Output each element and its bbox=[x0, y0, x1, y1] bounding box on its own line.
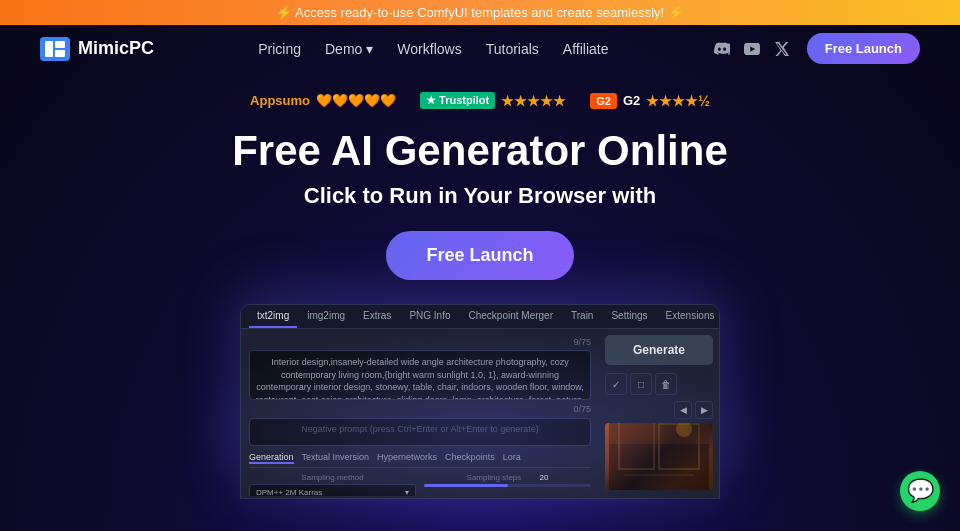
twitter-icon[interactable] bbox=[773, 40, 791, 58]
chevron-down-icon: ▾ bbox=[366, 41, 373, 57]
whatsapp-button[interactable]: 💬 bbox=[900, 471, 940, 511]
trustpilot-badge: ★ Trustpilot ★★★★★ bbox=[420, 92, 566, 109]
preview-tabs: txt2img img2img Extras PNG Info Checkpoi… bbox=[241, 305, 719, 329]
g2-badge: G2 G2 ★★★★½ bbox=[590, 93, 710, 109]
logo-icon bbox=[40, 37, 70, 61]
banner-text: ⚡ Access ready-to-use ComfyUI templates … bbox=[276, 5, 684, 20]
logo[interactable]: MimicPC bbox=[40, 37, 154, 61]
nav-free-launch-button[interactable]: Free Launch bbox=[807, 33, 920, 64]
hero-subtitle: Click to Run in Your Browser with bbox=[40, 183, 920, 209]
top-banner[interactable]: ⚡ Access ready-to-use ComfyUI templates … bbox=[0, 0, 960, 25]
hero-title: Free AI Generator Online bbox=[40, 127, 920, 175]
svg-rect-0 bbox=[45, 41, 53, 57]
svg-rect-7 bbox=[624, 474, 694, 476]
tab-png-info[interactable]: PNG Info bbox=[401, 305, 458, 328]
neg-counter: 0/75 bbox=[249, 404, 591, 414]
svg-rect-2 bbox=[55, 50, 65, 57]
tab-txt2img[interactable]: txt2img bbox=[249, 305, 297, 328]
appsumo-label: Appsumo bbox=[250, 93, 310, 108]
sampling-method-label: Sampling method bbox=[249, 473, 416, 482]
hero-section: Appsumo 🧡🧡🧡🧡🧡 ★ Trustpilot ★★★★★ G2 G2 ★… bbox=[0, 72, 960, 499]
generate-button[interactable]: Generate bbox=[605, 335, 713, 365]
prompt-textarea[interactable]: Interior design,insanely-detailed wide a… bbox=[249, 350, 591, 400]
whatsapp-icon: 💬 bbox=[907, 478, 934, 504]
navbar: MimicPC Pricing Demo ▾ Workflows Tutoria… bbox=[0, 25, 960, 72]
subtab-textual-inversion[interactable]: Textual Inversion bbox=[302, 452, 370, 464]
preview-image-inner bbox=[605, 423, 713, 490]
preview-nav-row: ◀ ▶ bbox=[605, 401, 713, 419]
g2-logo: G2 bbox=[590, 93, 617, 109]
action-check-button[interactable]: ✓ bbox=[605, 373, 627, 395]
nav-pricing[interactable]: Pricing bbox=[258, 41, 301, 57]
preview-body: 9/75 Interior design,insanely-detailed w… bbox=[241, 329, 719, 496]
appsumo-icons: 🧡🧡🧡🧡🧡 bbox=[316, 93, 396, 108]
tab-extensions[interactable]: Extensions bbox=[658, 305, 720, 328]
youtube-icon[interactable] bbox=[743, 40, 761, 58]
tab-extras[interactable]: Extras bbox=[355, 305, 399, 328]
action-delete-button[interactable]: 🗑 bbox=[655, 373, 677, 395]
sampling-steps-col: Sampling steps 20 bbox=[424, 473, 591, 496]
nav-workflows[interactable]: Workflows bbox=[397, 41, 461, 57]
nav-tutorials[interactable]: Tutorials bbox=[486, 41, 539, 57]
preview-window: txt2img img2img Extras PNG Info Checkpoi… bbox=[240, 304, 720, 499]
sampling-method-dropdown[interactable]: DPM++ 2M Karras ▾ bbox=[249, 484, 416, 496]
preview-image bbox=[605, 423, 713, 490]
nav-demo[interactable]: Demo ▾ bbox=[325, 41, 373, 57]
g2-label: G2 bbox=[623, 93, 640, 108]
prompt-counter: 9/75 bbox=[249, 337, 591, 347]
sampling-steps-label: Sampling steps 20 bbox=[424, 473, 591, 482]
appsumo-badge: Appsumo 🧡🧡🧡🧡🧡 bbox=[250, 93, 396, 108]
tab-settings[interactable]: Settings bbox=[603, 305, 655, 328]
tab-train[interactable]: Train bbox=[563, 305, 601, 328]
preview-right-panel: Generate ✓ □ 🗑 ◀ ▶ bbox=[599, 329, 719, 496]
negative-prompt-area[interactable]: Negative prompt (press Ctrl+Enter or Alt… bbox=[249, 418, 591, 446]
preview-subtabs: Generation Textual Inversion Hypernetwor… bbox=[249, 452, 591, 468]
tab-img2img[interactable]: img2img bbox=[299, 305, 353, 328]
subtab-generation[interactable]: Generation bbox=[249, 452, 294, 464]
sampling-method-col: Sampling method DPM++ 2M Karras ▾ bbox=[249, 473, 416, 496]
trustpilot-stars: ★★★★★ bbox=[501, 93, 566, 109]
settings-row: Sampling method DPM++ 2M Karras ▾ Sampli… bbox=[249, 473, 591, 496]
nav-right: Free Launch bbox=[713, 33, 920, 64]
subtab-lora[interactable]: Lora bbox=[503, 452, 521, 464]
nav-next-button[interactable]: ▶ bbox=[695, 401, 713, 419]
logo-text: MimicPC bbox=[78, 38, 154, 59]
nav-icons bbox=[713, 40, 791, 58]
g2-stars: ★★★★½ bbox=[646, 93, 710, 109]
trustpilot-logo: ★ Trustpilot bbox=[420, 92, 495, 109]
tab-checkpoint-merger[interactable]: Checkpoint Merger bbox=[461, 305, 561, 328]
subtab-hypernetworks[interactable]: Hypernetworks bbox=[377, 452, 437, 464]
nav-links: Pricing Demo ▾ Workflows Tutorials Affil… bbox=[258, 41, 608, 57]
action-copy-button[interactable]: □ bbox=[630, 373, 652, 395]
badges-row: Appsumo 🧡🧡🧡🧡🧡 ★ Trustpilot ★★★★★ G2 G2 ★… bbox=[40, 92, 920, 109]
subtab-checkpoints[interactable]: Checkpoints bbox=[445, 452, 495, 464]
svg-rect-1 bbox=[55, 41, 65, 48]
sampling-steps-slider[interactable] bbox=[424, 484, 591, 487]
nav-prev-button[interactable]: ◀ bbox=[674, 401, 692, 419]
dropdown-arrow-icon: ▾ bbox=[405, 488, 409, 496]
discord-icon[interactable] bbox=[713, 40, 731, 58]
preview-left-panel: 9/75 Interior design,insanely-detailed w… bbox=[241, 329, 599, 496]
nav-affiliate[interactable]: Affiliate bbox=[563, 41, 609, 57]
hero-free-launch-button[interactable]: Free Launch bbox=[386, 231, 573, 280]
action-buttons-row: ✓ □ 🗑 bbox=[605, 373, 713, 395]
